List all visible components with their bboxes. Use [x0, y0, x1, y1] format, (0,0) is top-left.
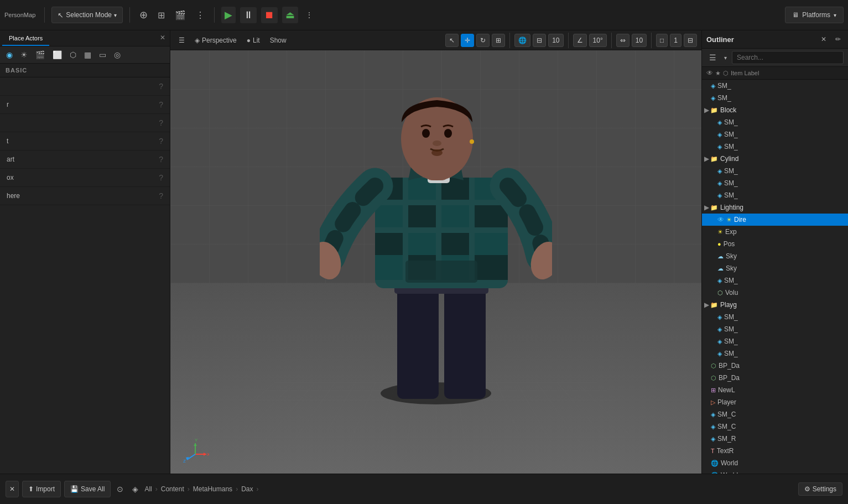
- list-item[interactable]: ◈ SM_R: [702, 433, 848, 445]
- camera-icon[interactable]: 🎬: [172, 8, 189, 22]
- breadcrumb-item[interactable]: Dax: [241, 485, 253, 493]
- folder-cylind[interactable]: ▶ 📁 Cylind: [702, 153, 848, 165]
- move-button[interactable]: ⇔: [616, 34, 630, 47]
- pause-button[interactable]: ⏸: [240, 7, 257, 23]
- list-item[interactable]: ▷ Player: [702, 396, 848, 408]
- viewport-menu-button[interactable]: ☰: [175, 35, 189, 46]
- list-item[interactable]: ● Pos: [702, 238, 848, 250]
- play-button[interactable]: ▶: [221, 7, 236, 23]
- list-item[interactable]: art ?: [0, 150, 170, 169]
- outliner-filter-button[interactable]: ☰: [706, 51, 719, 64]
- list-item[interactable]: ◈ SM_: [702, 189, 848, 201]
- snap-grid-button[interactable]: ⊟: [533, 34, 546, 47]
- source-control-icon[interactable]: ⊙: [114, 483, 126, 495]
- list-item[interactable]: ◈ SM_: [702, 177, 848, 189]
- world-grid-button[interactable]: 🌐: [514, 34, 530, 47]
- tab-place-actors[interactable]: Place Actors: [2, 32, 49, 46]
- list-item[interactable]: ◈ SM_: [702, 335, 848, 347]
- list-item[interactable]: ◈ SM_: [702, 116, 848, 128]
- folder-playg[interactable]: ▶ 📁 Playg: [702, 299, 848, 311]
- viewport[interactable]: ☰ ◈ Perspective ● Lit Show ↖ ✛ ↻ ⊞ 🌐 ⊟: [170, 30, 701, 474]
- edit-outliner-button[interactable]: ✏: [833, 34, 844, 45]
- shapes-filter-btn[interactable]: ▦: [81, 49, 94, 61]
- list-item[interactable]: ◈ SM_C: [702, 420, 848, 433]
- list-item[interactable]: ⬡ Volu: [702, 287, 848, 299]
- list-item[interactable]: ◈ SM_: [702, 274, 848, 287]
- list-item[interactable]: ☁ Sky: [702, 262, 848, 274]
- volumes-filter-btn[interactable]: ▭: [96, 49, 109, 61]
- light-filter-btn[interactable]: ☀: [18, 49, 30, 61]
- geometry-filter-btn[interactable]: ⬜: [50, 49, 65, 61]
- list-item[interactable]: T TextR: [702, 445, 848, 457]
- list-item[interactable]: ◈ SM_: [702, 141, 848, 153]
- list-item[interactable]: ox ?: [0, 169, 170, 187]
- cinematic-filter-btn[interactable]: 🎬: [33, 49, 48, 61]
- rotate-tool-button[interactable]: ↻: [476, 34, 490, 47]
- list-item[interactable]: here ?: [0, 187, 170, 205]
- help-icon[interactable]: ?: [159, 155, 163, 164]
- folder-lighting[interactable]: ▶ 📁 Lighting: [702, 201, 848, 214]
- help-icon[interactable]: ?: [159, 100, 163, 109]
- list-item[interactable]: ◈ SM_: [702, 92, 848, 104]
- help-icon[interactable]: ?: [159, 118, 163, 127]
- more-options-icon[interactable]: ⋮: [193, 8, 207, 22]
- list-item[interactable]: ◈ SM_: [702, 128, 848, 141]
- transform-tool-button[interactable]: ✛: [461, 34, 474, 47]
- list-item[interactable]: ☁ Sky: [702, 250, 848, 262]
- layout-button[interactable]: ⊟: [684, 34, 697, 47]
- num-value-button[interactable]: 1: [670, 34, 681, 47]
- screen-num-button[interactable]: □: [656, 34, 668, 47]
- launch-options-icon[interactable]: ⋮: [303, 9, 316, 21]
- list-item[interactable]: ⬡ BP_Da: [702, 372, 848, 384]
- help-icon[interactable]: ?: [159, 137, 163, 146]
- eject-button[interactable]: ⏏: [282, 7, 298, 23]
- snap-icon[interactable]: ⊞: [155, 8, 168, 22]
- outliner-expand-button[interactable]: ▾: [721, 53, 730, 63]
- move-value-button[interactable]: 10: [632, 34, 647, 47]
- help-icon[interactable]: ?: [159, 173, 163, 182]
- list-item[interactable]: ⊞ NewL: [702, 384, 848, 396]
- select-tool-button[interactable]: ↖: [445, 34, 459, 47]
- list-item[interactable]: ◈ SM_: [702, 347, 848, 360]
- list-item[interactable]: ⬡ BP_Da: [702, 360, 848, 372]
- settings-button[interactable]: ⚙ Settings: [798, 482, 842, 496]
- platforms-button[interactable]: 🖥 Platforms ▾: [785, 7, 844, 23]
- actor-mode-icon[interactable]: ⊕: [137, 7, 150, 23]
- list-item-world-2[interactable]: 🌐 World: [702, 469, 848, 474]
- list-item[interactable]: ◈ SM_C: [702, 408, 848, 420]
- outliner-search-input[interactable]: [732, 51, 844, 64]
- help-icon[interactable]: ?: [159, 82, 163, 91]
- close-bottom-btn[interactable]: ✕: [6, 481, 19, 497]
- bp-filter-btn[interactable]: ⬡: [67, 49, 79, 61]
- help-icon[interactable]: ?: [159, 191, 163, 200]
- breadcrumb-item[interactable]: MetaHumans: [193, 485, 232, 493]
- breadcrumb-item[interactable]: Content: [161, 485, 184, 493]
- revision-icon[interactable]: ◈: [129, 483, 141, 495]
- selection-mode-button[interactable]: ↖ Selection Mode ▾: [51, 7, 123, 23]
- list-item[interactable]: r ?: [0, 96, 170, 114]
- breadcrumb-item[interactable]: All: [144, 485, 152, 493]
- misc-filter-btn[interactable]: ◎: [111, 49, 123, 61]
- list-item-world[interactable]: 🌐 World: [702, 457, 848, 469]
- all-filter-btn[interactable]: ◉: [3, 49, 15, 61]
- folder-block[interactable]: ▶ 📁 Block: [702, 104, 848, 116]
- list-item[interactable]: ?: [0, 114, 170, 132]
- perspective-button[interactable]: ◈ Perspective: [191, 35, 241, 46]
- scale-tool-button[interactable]: ⊞: [492, 34, 505, 47]
- list-item[interactable]: ◈ SM_: [702, 80, 848, 92]
- stop-button[interactable]: ⏹: [261, 7, 278, 23]
- list-item-directional[interactable]: 👁 ☀ Dire: [702, 214, 848, 226]
- angle-button[interactable]: ∠: [573, 34, 587, 47]
- save-all-button[interactable]: 💾 Save All: [64, 481, 111, 497]
- show-button[interactable]: Show: [266, 35, 290, 46]
- grid-value-button[interactable]: 10: [548, 34, 563, 47]
- close-outliner-button[interactable]: ✕: [818, 34, 829, 45]
- list-item[interactable]: ?: [0, 77, 170, 96]
- list-item[interactable]: ◈ SM_: [702, 323, 848, 335]
- list-item[interactable]: ◈ SM_: [702, 311, 848, 323]
- list-item[interactable]: ◈ SM_: [702, 165, 848, 177]
- import-button[interactable]: ⬆ Import: [22, 481, 61, 497]
- list-item[interactable]: t ?: [0, 132, 170, 150]
- close-left-panel-btn[interactable]: ✕: [158, 32, 168, 46]
- angle-value-button[interactable]: 10°: [589, 34, 607, 47]
